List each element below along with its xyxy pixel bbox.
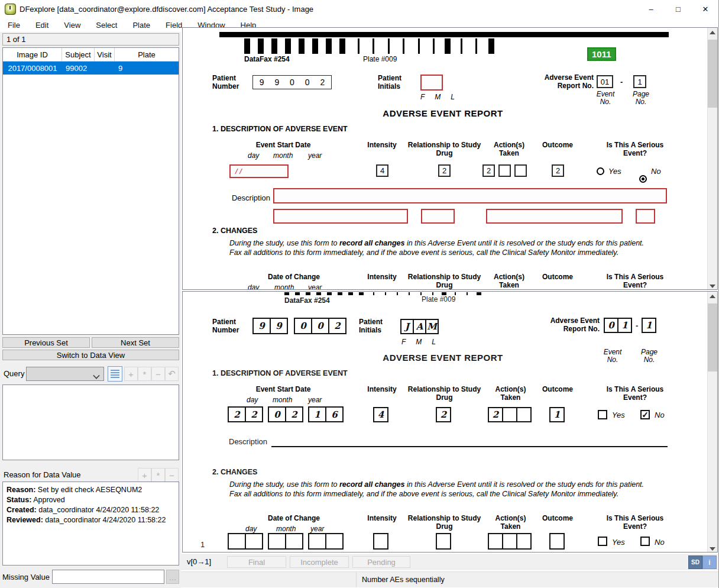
change-intensity-box: [373, 533, 388, 550]
reason-text-box[interactable]: Reason: Set by edit check AESEQNUM2 Stat…: [2, 482, 179, 566]
hdr-day: day: [248, 151, 259, 160]
scroll-down-icon[interactable]: [710, 282, 715, 288]
cell-subject: 99002: [62, 64, 95, 73]
query-combobox[interactable]: [26, 367, 104, 381]
extra-field-3[interactable]: [486, 209, 623, 224]
final-button[interactable]: Final: [227, 556, 286, 568]
query-text-area[interactable]: [2, 385, 179, 460]
switch-to-data-view-button[interactable]: Switch to Data View: [2, 350, 179, 360]
reason-remove-button[interactable]: −: [165, 468, 179, 482]
event-no-field[interactable]: 01: [597, 75, 613, 88]
hdr-year: year: [308, 396, 322, 404]
close-button[interactable]: ✕: [692, 0, 719, 18]
scroll-up-icon[interactable]: [710, 29, 715, 35]
query-undo-button[interactable]: ↶: [165, 367, 179, 381]
hdr-year: year: [308, 151, 322, 160]
page-no-field[interactable]: 1: [633, 75, 646, 88]
menu-file[interactable]: File: [0, 19, 28, 31]
pending-button[interactable]: Pending: [352, 556, 410, 568]
menu-edit[interactable]: Edit: [28, 19, 56, 31]
outcome-field[interactable]: 2: [552, 164, 564, 177]
action2-field[interactable]: [498, 164, 511, 177]
query-remove-button[interactable]: −: [151, 367, 165, 381]
plate-label: Plate #009: [363, 55, 397, 63]
section2-heading: 2. CHANGES: [212, 227, 257, 235]
menu-view[interactable]: View: [56, 19, 88, 31]
plate-label: Plate #009: [422, 295, 455, 303]
hdr-month: month: [273, 151, 293, 160]
maximize-button[interactable]: □: [665, 0, 692, 18]
col-visit[interactable]: Visit: [95, 48, 115, 61]
hdr-date-of-change: Date of Change: [258, 273, 329, 281]
action1-field[interactable]: 2: [482, 164, 495, 177]
initials-fml: FML: [420, 93, 455, 101]
scrollbar-thumb[interactable]: [708, 40, 718, 108]
hdr-outcome: Outcome: [534, 141, 581, 149]
change-relationship-box: [436, 533, 451, 550]
table-row[interactable]: 2017/0008001 99002 9: [3, 62, 179, 75]
incomplete-button[interactable]: Incomplete: [290, 556, 349, 568]
description-field[interactable]: [273, 188, 667, 203]
sd-button[interactable]: SD: [688, 555, 702, 569]
reason-star-button[interactable]: *: [151, 468, 165, 482]
hdr-intensity: Intensity: [358, 141, 406, 149]
top-panel-scrollbar[interactable]: [707, 28, 717, 289]
reason-line: Created: data_coordinator 4/24/2020 11:5…: [7, 505, 175, 515]
title-bar: DFexplore [data_coordinator@explore.dfdi…: [0, 0, 719, 18]
hdr-actions: Action(s) Taken: [485, 273, 533, 289]
event-no-label: Event No.: [595, 91, 616, 106]
scroll-up-icon[interactable]: [710, 293, 715, 299]
outcome-box: 1: [549, 407, 565, 422]
hdr-intensity: Intensity: [358, 273, 406, 281]
query-star-button[interactable]: *: [138, 367, 151, 381]
hdr-outcome: Outcome: [534, 273, 581, 281]
app-window: DFexplore [data_coordinator@explore.dfdi…: [0, 0, 719, 588]
col-subject[interactable]: Subject: [62, 48, 95, 61]
menu-plate[interactable]: Plate: [125, 19, 158, 31]
section2-heading: 2. CHANGES: [212, 468, 257, 476]
hdr-actions: Action(s) Taken: [485, 514, 536, 531]
hdr-relationship: Relationship to Study Drug: [407, 514, 481, 531]
change-yes-checkbox: [598, 537, 607, 546]
form-title: ADVERSE EVENT REPORT: [183, 353, 703, 363]
patient-number-field[interactable]: 9 9 0 0 2: [252, 75, 332, 89]
image-panel-bottom: DataFax #254 Plate #009 Patient Number 9…: [182, 291, 718, 553]
batch-number-badge[interactable]: 1011: [587, 47, 616, 61]
serious-no-radio[interactable]: [639, 175, 647, 183]
action3-field[interactable]: [514, 164, 527, 177]
menu-select[interactable]: Select: [88, 19, 125, 31]
minimize-button[interactable]: –: [637, 0, 665, 18]
yes-label: Yes: [608, 167, 621, 176]
reason-add-button[interactable]: +: [138, 468, 151, 482]
serious-yes-radio[interactable]: [597, 167, 604, 175]
intensity-field[interactable]: 4: [376, 164, 388, 177]
scroll-down-icon[interactable]: [710, 545, 715, 551]
relationship-field[interactable]: 2: [438, 164, 451, 177]
missing-value-browse-button[interactable]: ...: [166, 570, 179, 584]
extra-field-1[interactable]: [273, 209, 408, 224]
dash: -: [636, 321, 638, 330]
bottom-panel-scrollbar[interactable]: [707, 292, 717, 552]
query-add-button[interactable]: +: [124, 367, 138, 381]
extra-field-2[interactable]: [421, 209, 455, 224]
hdr-intensity: Intensity: [358, 385, 406, 393]
hdr-intensity: Intensity: [358, 514, 406, 522]
extra-field-4[interactable]: [636, 209, 655, 224]
status-separator: [356, 572, 357, 587]
serious-no-checkbox: ✓: [640, 410, 650, 419]
scrollbar-thumb[interactable]: [708, 303, 718, 371]
col-image-id[interactable]: Image ID: [3, 48, 62, 61]
col-plate[interactable]: Plate: [115, 48, 179, 61]
patient-initials-label: Patient Initials: [378, 74, 412, 91]
patient-initials-field[interactable]: [420, 75, 443, 91]
hdr-relationship: Relationship to Study Drug: [407, 273, 481, 289]
info-button[interactable]: i: [702, 555, 717, 569]
query-list-button[interactable]: [108, 366, 122, 382]
patient-number-boxes-1: 9 9: [252, 318, 288, 334]
dash: -: [620, 77, 623, 86]
missing-value-input[interactable]: [52, 570, 164, 584]
previous-set-button[interactable]: Previous Set: [2, 337, 90, 348]
description-line: [271, 437, 668, 447]
next-set-button[interactable]: Next Set: [92, 337, 179, 348]
event-start-date-field[interactable]: / /: [229, 164, 289, 178]
